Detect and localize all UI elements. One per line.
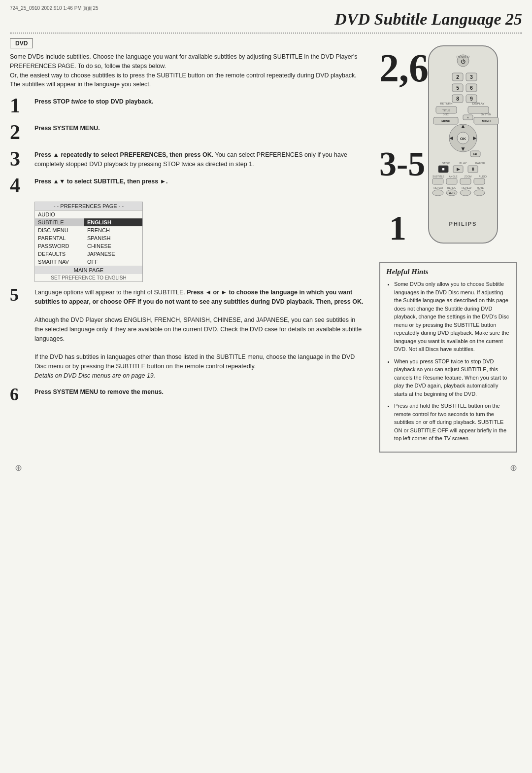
svg-text:DISPLAY: DISPLAY [472,102,485,105]
svg-text:SYSTEM: SYSTEM [481,113,492,116]
pref-label-parental: PARENTAL [35,234,84,242]
step-3-content: Press ▲ repeatedly to select PREFERENCES… [34,148,365,169]
dvd-badge: DVD [10,38,33,48]
step-1-number: 1 [10,95,30,116]
big-number-26: 2,6 [379,48,429,88]
pref-value-parental: SPANISH [84,234,142,242]
svg-rect-53 [460,178,471,184]
big-number-3-5: 3-5 [379,147,425,181]
svg-rect-19 [468,106,489,113]
svg-rect-54 [474,178,485,184]
pref-row-parental: PARENTAL SPANISH [35,234,142,242]
svg-text:ANGLE: ANGLE [449,175,458,178]
pref-label-smart-nav: SMART NAV [35,258,84,266]
svg-text:MENU: MENU [441,120,450,123]
svg-text:REVIEW: REVIEW [462,186,471,189]
step-3: 3 Press ▲ repeatedly to select PREFERENC… [10,148,365,169]
step-3-number: 3 [10,148,30,169]
prefs-table: AUDIO SUBTITLE ENGLISH DISC MENU FRENCH … [35,211,142,266]
svg-text:9: 9 [470,96,473,102]
hint-2: When you press STOP twice to stop DVD pl… [394,357,510,398]
svg-text:TITLE: TITLE [442,109,450,112]
svg-text:▼: ▼ [460,145,466,152]
svg-text:2: 2 [456,74,459,80]
hint-1: Some DVDs only allow you to choose Subti… [394,280,510,353]
svg-text:REPEA.: REPEA. [447,186,456,189]
svg-text:POWER: POWER [457,55,469,59]
step-4: 4 Press ▲▼ to select SUBTITLE, then pres… [10,175,365,196]
pref-row-password: PASSWORD CHINESE [35,242,142,250]
left-column: DVD Some DVDs include subtitles. Choose … [10,38,365,453]
step-5-content: Language options will appear to the righ… [34,286,365,381]
svg-text:PLAY: PLAY [460,162,467,165]
pref-label-defaults: DEFAULTS [35,250,84,258]
pref-row-smart-nav: SMART NAV OFF [35,258,142,266]
bottom-left-crosshair: ⊕ [15,462,22,473]
pref-value-subtitle: ENGLISH [84,218,142,226]
pref-value-smart-nav: OFF [84,258,142,266]
hint-3: Press and hold the SUBTITLE button on th… [394,402,510,443]
svg-text:◄: ◄ [448,135,454,141]
big-number-1: 1 [389,211,406,246]
page-header: 724_25_0910 2002.910 1:46 PM 頁面25 DVD Su… [0,0,532,29]
hints-title: Helpful Hints [386,268,510,276]
intro-text-2: Or, the easiest way to choose subtitles … [10,72,357,88]
step-2: 2 Press SYSTEM MENU. [10,122,365,142]
svg-text:REPEAT: REPEAT [433,186,443,189]
svg-text:⏸: ⏸ [471,167,475,172]
step-6-content: Press SYSTEM MENU to remove the menus. [34,386,164,397]
step-6: 6 Press SYSTEM MENU to remove the menus. [10,386,365,403]
svg-text:STOP: STOP [442,162,450,165]
svg-text:6: 6 [470,85,473,91]
pref-label-subtitle: SUBTITLE [35,218,84,226]
pref-label-disc-menu: DISC MENU [35,226,84,234]
step-5-number: 5 [10,286,30,304]
svg-text:MUTE: MUTE [477,186,484,189]
helpful-hints-box: Helpful Hints Some DVDs only allow you t… [379,262,517,453]
preferences-table-container: - - PREFERENCES PAGE - - AUDIO SUBTITLE … [34,202,143,282]
svg-text:8: 8 [456,96,459,102]
step-2-number: 2 [10,122,30,142]
header-meta: 724_25_0910 2002.910 1:46 PM 頁面25 [10,5,99,12]
pref-row-disc-menu: DISC MENU FRENCH [35,226,142,234]
svg-text:⏻: ⏻ [461,59,466,64]
step-1-content: Press STOP twice to stop DVD playback. [34,95,153,106]
svg-rect-59 [432,190,443,196]
right-column: 2,6 POWER ⏻ 2 3 5 [374,38,522,453]
svg-text:OK: OK [460,137,466,141]
svg-text:PAUSE: PAUSE [475,162,485,165]
pref-row-subtitle: SUBTITLE ENGLISH [35,218,142,226]
svg-rect-51 [432,178,443,184]
main-layout: DVD Some DVDs include subtitles. Choose … [0,38,532,453]
svg-text:A-B: A-B [449,191,455,195]
svg-rect-52 [446,178,457,184]
svg-text:▲: ▲ [460,123,466,130]
prefs-header: - - PREFERENCES PAGE - - [35,202,142,211]
svg-text:▶: ▶ [457,167,460,172]
step-4-content: Press ▲▼ to select SUBTITLE, then press … [34,175,168,186]
step-5: 5 Language options will appear to the ri… [10,286,365,381]
step-1: 1 Press STOP twice to stop DVD playback. [10,95,365,116]
prefs-footer: MAIN PAGE [35,266,142,274]
pref-value-password: CHINESE [84,242,142,250]
pref-label-password: PASSWORD [35,242,84,250]
remote-control: POWER ⏻ 2 3 5 6 8 9 [419,43,517,252]
svg-text:RETURN: RETURN [440,102,453,105]
intro-text: Some DVDs include subtitles. Choose the … [10,52,365,89]
svg-text:5: 5 [456,85,459,91]
pref-value-disc-menu: FRENCH [84,226,142,234]
svg-text:ZOOM: ZOOM [465,175,472,178]
step-4-number: 4 [10,175,30,196]
page-title: DVD Subtitle Language 25 [334,10,522,28]
step-2-content: Press SYSTEM MENU. [34,122,100,133]
svg-rect-63 [474,190,485,196]
svg-text:►: ► [472,135,478,141]
svg-text:▲: ▲ [466,116,469,119]
pref-label-audio: AUDIO [35,211,84,218]
page-title-area: DVD Subtitle Language 25 [99,5,522,29]
intro-text-1: Some DVDs include subtitles. Choose the … [10,53,358,70]
bottom-right-crosshair: ⊕ [510,462,517,473]
step-6-number: 6 [10,386,30,403]
svg-text:PHILIPS: PHILIPS [449,221,477,227]
svg-text:■: ■ [442,167,444,172]
